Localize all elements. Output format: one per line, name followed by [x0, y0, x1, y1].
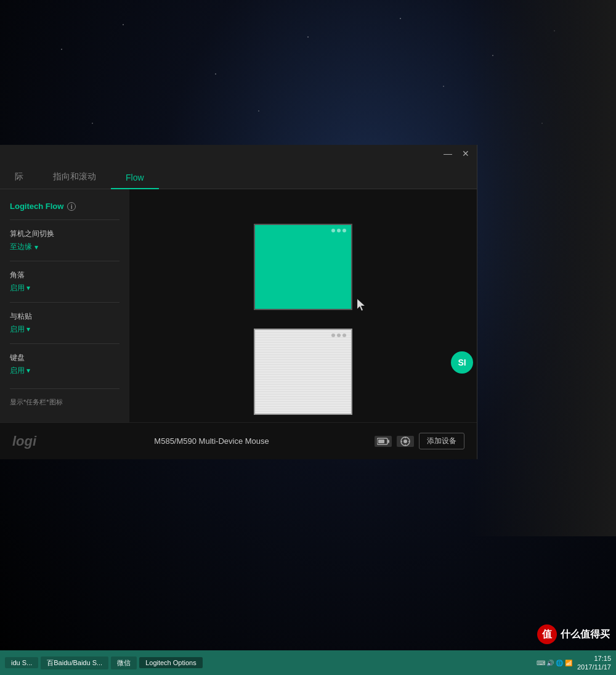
tab-point-scroll[interactable]: 指向和滚动: [38, 165, 111, 189]
divider-1: [10, 219, 120, 220]
svg-marker-0: [357, 299, 365, 311]
dot-dark-2: [337, 333, 341, 337]
device-name: M585/M590 Multi-Device Mouse: [49, 436, 375, 446]
divider-4: [10, 343, 120, 344]
tab-jie[interactable]: 际: [0, 165, 38, 189]
add-device-button[interactable]: 添加设备: [419, 433, 464, 449]
taskbar-item-baidu2[interactable]: 百Baidu/Baidu S...: [41, 657, 108, 669]
edge-dropdown[interactable]: 至边缘 ▾: [10, 242, 120, 252]
title-bar: — ✕: [0, 145, 477, 162]
monitor-lines: [255, 330, 351, 414]
dot-2: [337, 229, 341, 232]
connection-icon: [397, 436, 414, 447]
tab-flow[interactable]: Flow: [111, 166, 159, 189]
display-taskbar-label: 显示*任务栏*图标: [10, 398, 120, 407]
cursor: [357, 299, 367, 314]
taskbar-items: idu S... 百Baidu/Baidu S... 微信 Logitech O…: [5, 657, 537, 669]
monitor-bottom: [254, 329, 352, 415]
right-overlay: [468, 0, 616, 536]
logi-logo: logi: [12, 433, 36, 449]
svg-rect-2: [387, 440, 389, 443]
corner-dropdown[interactable]: 启用 ▾: [10, 283, 120, 293]
divider-2: [10, 261, 120, 261]
dot-3: [342, 229, 346, 232]
dot-1: [331, 229, 335, 232]
svg-point-5: [403, 440, 407, 443]
device-bar: logi M585/M590 Multi-Device Mouse: [0, 422, 477, 459]
taskbar-item-baidu[interactable]: idu S...: [5, 657, 38, 668]
minimize-button[interactable]: —: [441, 147, 455, 160]
dot-dark-3: [342, 333, 346, 337]
info-icon[interactable]: i: [67, 202, 76, 211]
flow-visualization: [205, 205, 402, 415]
svg-rect-3: [378, 440, 384, 443]
divider-3: [10, 302, 120, 303]
copy-paste-label: 与粘贴: [10, 311, 120, 322]
taskbar: idu S... 百Baidu/Baidu S... 微信 Logitech O…: [0, 650, 616, 675]
dot-dark-1: [331, 333, 335, 337]
tab-bar: 际 指向和滚动 Flow: [0, 162, 477, 189]
flow-section: Logitech Flow i 算机之间切换 至边缘 ▾ 角落 启用 ▾ 与粘贴…: [10, 202, 120, 376]
battery-icon: [375, 436, 392, 447]
monitor-top-dots: [331, 229, 346, 232]
keyboard-label: 键盘: [10, 353, 120, 363]
monitor-top: [254, 224, 352, 310]
flow-title: Logitech Flow i: [10, 202, 120, 211]
copy-paste-dropdown[interactable]: 启用 ▾: [10, 324, 120, 335]
taskbar-right: ⌨ 🔊 🌐 📶 17:15 2017/11/17: [537, 654, 611, 672]
corner-label: 角落: [10, 270, 120, 280]
sidebar: Logitech Flow i 算机之间切换 至边缘 ▾ 角落 启用 ▾ 与粘贴…: [0, 189, 129, 431]
device-actions: 添加设备: [375, 433, 464, 449]
keyboard-dropdown[interactable]: 启用 ▾: [10, 366, 120, 376]
app-window: — ✕ 际 指向和滚动 Flow Logitech Flow i 算机之间切换 …: [0, 145, 477, 459]
watermark: 值 什么值得买: [537, 624, 610, 644]
taskbar-time: 17:15 2017/11/17: [577, 654, 611, 672]
taskbar-item-logitech[interactable]: Logitech Options: [139, 657, 203, 668]
close-button[interactable]: ✕: [460, 147, 472, 160]
green-badge: SI: [451, 351, 473, 374]
watermark-icon: 值: [537, 624, 557, 644]
divider-5: [10, 388, 120, 389]
computer-switch-label: 算机之间切换: [10, 229, 120, 239]
monitor-bottom-dots: [331, 333, 346, 337]
window-controls: — ✕: [441, 147, 472, 160]
main-content: [129, 189, 477, 431]
tray-icons: ⌨ 🔊 🌐 📶: [537, 660, 572, 666]
taskbar-item-wechat[interactable]: 微信: [111, 657, 137, 669]
